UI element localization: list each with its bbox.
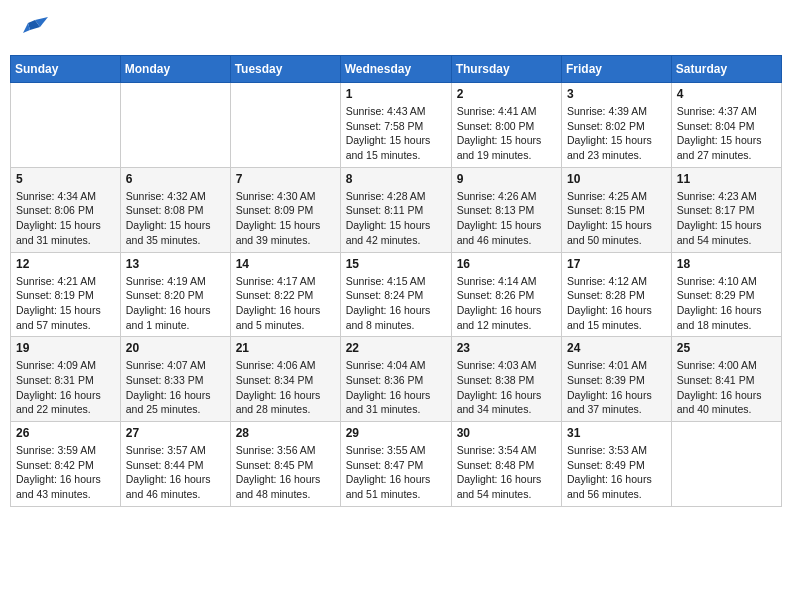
day-info: Sunrise: 4:07 AM Sunset: 8:33 PM Dayligh… bbox=[126, 358, 225, 417]
day-info: Sunrise: 4:01 AM Sunset: 8:39 PM Dayligh… bbox=[567, 358, 666, 417]
calendar-cell: 3Sunrise: 4:39 AM Sunset: 8:02 PM Daylig… bbox=[562, 83, 672, 168]
day-header-tuesday: Tuesday bbox=[230, 56, 340, 83]
day-info: Sunrise: 3:57 AM Sunset: 8:44 PM Dayligh… bbox=[126, 443, 225, 502]
day-info: Sunrise: 4:41 AM Sunset: 8:00 PM Dayligh… bbox=[457, 104, 556, 163]
calendar-week-5: 26Sunrise: 3:59 AM Sunset: 8:42 PM Dayli… bbox=[11, 422, 782, 507]
day-number: 6 bbox=[126, 172, 225, 186]
day-number: 22 bbox=[346, 341, 446, 355]
day-number: 7 bbox=[236, 172, 335, 186]
day-info: Sunrise: 4:19 AM Sunset: 8:20 PM Dayligh… bbox=[126, 274, 225, 333]
day-info: Sunrise: 4:09 AM Sunset: 8:31 PM Dayligh… bbox=[16, 358, 115, 417]
day-number: 11 bbox=[677, 172, 776, 186]
day-info: Sunrise: 4:14 AM Sunset: 8:26 PM Dayligh… bbox=[457, 274, 556, 333]
day-header-monday: Monday bbox=[120, 56, 230, 83]
calendar-cell: 28Sunrise: 3:56 AM Sunset: 8:45 PM Dayli… bbox=[230, 422, 340, 507]
calendar-cell: 18Sunrise: 4:10 AM Sunset: 8:29 PM Dayli… bbox=[671, 252, 781, 337]
day-info: Sunrise: 4:43 AM Sunset: 7:58 PM Dayligh… bbox=[346, 104, 446, 163]
calendar-week-4: 19Sunrise: 4:09 AM Sunset: 8:31 PM Dayli… bbox=[11, 337, 782, 422]
day-info: Sunrise: 4:17 AM Sunset: 8:22 PM Dayligh… bbox=[236, 274, 335, 333]
day-info: Sunrise: 4:28 AM Sunset: 8:11 PM Dayligh… bbox=[346, 189, 446, 248]
calendar-cell: 9Sunrise: 4:26 AM Sunset: 8:13 PM Daylig… bbox=[451, 167, 561, 252]
calendar-cell: 25Sunrise: 4:00 AM Sunset: 8:41 PM Dayli… bbox=[671, 337, 781, 422]
calendar-week-3: 12Sunrise: 4:21 AM Sunset: 8:19 PM Dayli… bbox=[11, 252, 782, 337]
day-info: Sunrise: 3:53 AM Sunset: 8:49 PM Dayligh… bbox=[567, 443, 666, 502]
calendar-cell: 29Sunrise: 3:55 AM Sunset: 8:47 PM Dayli… bbox=[340, 422, 451, 507]
day-header-saturday: Saturday bbox=[671, 56, 781, 83]
day-info: Sunrise: 4:34 AM Sunset: 8:06 PM Dayligh… bbox=[16, 189, 115, 248]
day-number: 16 bbox=[457, 257, 556, 271]
day-info: Sunrise: 3:54 AM Sunset: 8:48 PM Dayligh… bbox=[457, 443, 556, 502]
page-header bbox=[10, 10, 782, 45]
day-info: Sunrise: 4:03 AM Sunset: 8:38 PM Dayligh… bbox=[457, 358, 556, 417]
calendar-cell: 30Sunrise: 3:54 AM Sunset: 8:48 PM Dayli… bbox=[451, 422, 561, 507]
day-number: 24 bbox=[567, 341, 666, 355]
calendar-cell: 2Sunrise: 4:41 AM Sunset: 8:00 PM Daylig… bbox=[451, 83, 561, 168]
calendar-cell: 13Sunrise: 4:19 AM Sunset: 8:20 PM Dayli… bbox=[120, 252, 230, 337]
day-info: Sunrise: 4:39 AM Sunset: 8:02 PM Dayligh… bbox=[567, 104, 666, 163]
day-number: 1 bbox=[346, 87, 446, 101]
calendar-cell bbox=[120, 83, 230, 168]
calendar-cell: 19Sunrise: 4:09 AM Sunset: 8:31 PM Dayli… bbox=[11, 337, 121, 422]
calendar-cell: 20Sunrise: 4:07 AM Sunset: 8:33 PM Dayli… bbox=[120, 337, 230, 422]
day-info: Sunrise: 4:10 AM Sunset: 8:29 PM Dayligh… bbox=[677, 274, 776, 333]
day-number: 26 bbox=[16, 426, 115, 440]
logo bbox=[20, 15, 54, 40]
calendar-header-row: SundayMondayTuesdayWednesdayThursdayFrid… bbox=[11, 56, 782, 83]
calendar-cell bbox=[671, 422, 781, 507]
calendar-cell: 5Sunrise: 4:34 AM Sunset: 8:06 PM Daylig… bbox=[11, 167, 121, 252]
calendar-cell: 15Sunrise: 4:15 AM Sunset: 8:24 PM Dayli… bbox=[340, 252, 451, 337]
calendar-cell bbox=[230, 83, 340, 168]
day-number: 8 bbox=[346, 172, 446, 186]
calendar-cell: 24Sunrise: 4:01 AM Sunset: 8:39 PM Dayli… bbox=[562, 337, 672, 422]
day-number: 12 bbox=[16, 257, 115, 271]
day-number: 2 bbox=[457, 87, 556, 101]
day-info: Sunrise: 4:06 AM Sunset: 8:34 PM Dayligh… bbox=[236, 358, 335, 417]
day-number: 23 bbox=[457, 341, 556, 355]
calendar-cell: 1Sunrise: 4:43 AM Sunset: 7:58 PM Daylig… bbox=[340, 83, 451, 168]
day-info: Sunrise: 4:21 AM Sunset: 8:19 PM Dayligh… bbox=[16, 274, 115, 333]
day-info: Sunrise: 4:15 AM Sunset: 8:24 PM Dayligh… bbox=[346, 274, 446, 333]
day-info: Sunrise: 4:12 AM Sunset: 8:28 PM Dayligh… bbox=[567, 274, 666, 333]
calendar-cell: 11Sunrise: 4:23 AM Sunset: 8:17 PM Dayli… bbox=[671, 167, 781, 252]
day-number: 14 bbox=[236, 257, 335, 271]
day-number: 17 bbox=[567, 257, 666, 271]
day-info: Sunrise: 4:32 AM Sunset: 8:08 PM Dayligh… bbox=[126, 189, 225, 248]
day-number: 19 bbox=[16, 341, 115, 355]
day-number: 10 bbox=[567, 172, 666, 186]
day-info: Sunrise: 4:37 AM Sunset: 8:04 PM Dayligh… bbox=[677, 104, 776, 163]
day-number: 9 bbox=[457, 172, 556, 186]
day-number: 18 bbox=[677, 257, 776, 271]
calendar-cell: 14Sunrise: 4:17 AM Sunset: 8:22 PM Dayli… bbox=[230, 252, 340, 337]
calendar-cell: 31Sunrise: 3:53 AM Sunset: 8:49 PM Dayli… bbox=[562, 422, 672, 507]
day-header-thursday: Thursday bbox=[451, 56, 561, 83]
day-info: Sunrise: 4:04 AM Sunset: 8:36 PM Dayligh… bbox=[346, 358, 446, 417]
day-number: 28 bbox=[236, 426, 335, 440]
calendar-cell: 12Sunrise: 4:21 AM Sunset: 8:19 PM Dayli… bbox=[11, 252, 121, 337]
calendar-cell: 7Sunrise: 4:30 AM Sunset: 8:09 PM Daylig… bbox=[230, 167, 340, 252]
calendar-cell: 26Sunrise: 3:59 AM Sunset: 8:42 PM Dayli… bbox=[11, 422, 121, 507]
day-header-sunday: Sunday bbox=[11, 56, 121, 83]
day-info: Sunrise: 4:25 AM Sunset: 8:15 PM Dayligh… bbox=[567, 189, 666, 248]
logo-icon bbox=[20, 15, 50, 40]
day-number: 20 bbox=[126, 341, 225, 355]
calendar-week-2: 5Sunrise: 4:34 AM Sunset: 8:06 PM Daylig… bbox=[11, 167, 782, 252]
day-number: 25 bbox=[677, 341, 776, 355]
calendar-cell bbox=[11, 83, 121, 168]
day-info: Sunrise: 4:23 AM Sunset: 8:17 PM Dayligh… bbox=[677, 189, 776, 248]
calendar-cell: 6Sunrise: 4:32 AM Sunset: 8:08 PM Daylig… bbox=[120, 167, 230, 252]
day-header-wednesday: Wednesday bbox=[340, 56, 451, 83]
calendar-cell: 27Sunrise: 3:57 AM Sunset: 8:44 PM Dayli… bbox=[120, 422, 230, 507]
calendar-cell: 8Sunrise: 4:28 AM Sunset: 8:11 PM Daylig… bbox=[340, 167, 451, 252]
day-number: 5 bbox=[16, 172, 115, 186]
day-number: 3 bbox=[567, 87, 666, 101]
day-info: Sunrise: 4:00 AM Sunset: 8:41 PM Dayligh… bbox=[677, 358, 776, 417]
calendar-cell: 16Sunrise: 4:14 AM Sunset: 8:26 PM Dayli… bbox=[451, 252, 561, 337]
calendar-cell: 4Sunrise: 4:37 AM Sunset: 8:04 PM Daylig… bbox=[671, 83, 781, 168]
calendar-cell: 22Sunrise: 4:04 AM Sunset: 8:36 PM Dayli… bbox=[340, 337, 451, 422]
day-number: 30 bbox=[457, 426, 556, 440]
day-number: 31 bbox=[567, 426, 666, 440]
calendar-cell: 21Sunrise: 4:06 AM Sunset: 8:34 PM Dayli… bbox=[230, 337, 340, 422]
day-info: Sunrise: 3:56 AM Sunset: 8:45 PM Dayligh… bbox=[236, 443, 335, 502]
day-number: 13 bbox=[126, 257, 225, 271]
calendar-cell: 17Sunrise: 4:12 AM Sunset: 8:28 PM Dayli… bbox=[562, 252, 672, 337]
